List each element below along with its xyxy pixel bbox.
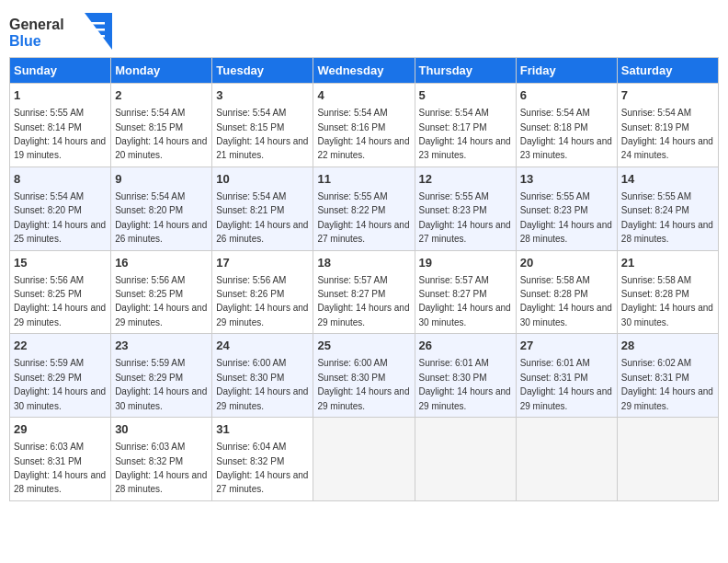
day-info: Sunrise: 5:58 AMSunset: 8:28 PMDaylight:…	[520, 275, 612, 327]
calendar-week-1: 1Sunrise: 5:55 AMSunset: 8:14 PMDaylight…	[10, 84, 719, 167]
day-number: 10	[216, 171, 309, 188]
day-number: 21	[621, 255, 714, 271]
calendar-cell: 26Sunrise: 6:01 AMSunset: 8:30 PMDayligh…	[415, 334, 516, 418]
svg-text:General: General	[9, 17, 64, 32]
day-number: 3	[216, 87, 309, 104]
day-number: 31	[216, 421, 309, 438]
day-number: 29	[14, 421, 107, 438]
calendar-cell: 9Sunrise: 5:54 AMSunset: 8:20 PMDaylight…	[111, 167, 212, 250]
day-number: 24	[216, 338, 309, 354]
day-info: Sunrise: 6:02 AMSunset: 8:31 PMDaylight:…	[621, 358, 713, 410]
calendar-header-wednesday: Wednesday	[313, 58, 415, 84]
calendar-cell: 29Sunrise: 6:03 AMSunset: 8:31 PMDayligh…	[10, 418, 111, 501]
calendar-cell: 11Sunrise: 5:55 AMSunset: 8:22 PMDayligh…	[313, 167, 415, 250]
calendar-cell	[617, 418, 718, 501]
calendar-header-row: SundayMondayTuesdayWednesdayThursdayFrid…	[10, 58, 719, 84]
calendar-header-saturday: Saturday	[617, 58, 718, 84]
calendar-cell: 17Sunrise: 5:56 AMSunset: 8:26 PMDayligh…	[212, 250, 313, 334]
day-info: Sunrise: 6:04 AMSunset: 8:32 PMDaylight:…	[216, 442, 308, 494]
day-info: Sunrise: 5:59 AMSunset: 8:29 PMDaylight:…	[14, 358, 106, 410]
calendar-cell	[516, 418, 617, 501]
day-info: Sunrise: 5:54 AMSunset: 8:21 PMDaylight:…	[216, 191, 308, 244]
calendar-header-friday: Friday	[516, 58, 617, 84]
svg-marker-3	[85, 13, 112, 50]
calendar-cell: 24Sunrise: 6:00 AMSunset: 8:30 PMDayligh…	[212, 334, 313, 418]
day-info: Sunrise: 5:54 AMSunset: 8:19 PMDaylight:…	[621, 108, 713, 160]
calendar-header-thursday: Thursday	[415, 58, 516, 84]
svg-rect-5	[88, 29, 105, 31]
day-info: Sunrise: 5:54 AMSunset: 8:16 PMDaylight:…	[317, 108, 409, 160]
day-number: 7	[621, 87, 714, 104]
calendar-cell: 18Sunrise: 5:57 AMSunset: 8:27 PMDayligh…	[313, 250, 415, 334]
day-number: 14	[621, 171, 714, 188]
calendar-cell: 13Sunrise: 5:55 AMSunset: 8:23 PMDayligh…	[516, 167, 617, 250]
day-info: Sunrise: 5:58 AMSunset: 8:28 PMDaylight:…	[621, 275, 713, 327]
page-header: General Blue	[9, 9, 719, 53]
day-info: Sunrise: 5:56 AMSunset: 8:25 PMDaylight:…	[115, 275, 207, 327]
calendar-header-sunday: Sunday	[10, 58, 111, 84]
day-info: Sunrise: 5:55 AMSunset: 8:23 PMDaylight:…	[520, 191, 612, 244]
calendar-week-4: 22Sunrise: 5:59 AMSunset: 8:29 PMDayligh…	[10, 334, 719, 418]
day-info: Sunrise: 5:56 AMSunset: 8:26 PMDaylight:…	[216, 275, 308, 327]
calendar-header-monday: Monday	[111, 58, 212, 84]
calendar-cell: 6Sunrise: 5:54 AMSunset: 8:18 PMDaylight…	[516, 84, 617, 167]
calendar-cell: 16Sunrise: 5:56 AMSunset: 8:25 PMDayligh…	[111, 250, 212, 334]
day-number: 20	[520, 255, 613, 271]
calendar-cell: 22Sunrise: 5:59 AMSunset: 8:29 PMDayligh…	[10, 334, 111, 418]
day-info: Sunrise: 5:54 AMSunset: 8:15 PMDaylight:…	[115, 108, 207, 160]
calendar-cell: 23Sunrise: 5:59 AMSunset: 8:29 PMDayligh…	[111, 334, 212, 418]
svg-rect-4	[88, 22, 105, 25]
day-number: 22	[14, 338, 107, 354]
logo-svg: General Blue	[9, 13, 83, 50]
day-number: 8	[14, 171, 107, 188]
day-number: 19	[419, 255, 512, 271]
calendar-cell: 15Sunrise: 5:56 AMSunset: 8:25 PMDayligh…	[10, 250, 111, 334]
calendar-week-2: 8Sunrise: 5:54 AMSunset: 8:20 PMDaylight…	[10, 167, 719, 250]
day-info: Sunrise: 6:03 AMSunset: 8:32 PMDaylight:…	[115, 442, 207, 494]
day-number: 30	[115, 421, 208, 438]
calendar-cell: 28Sunrise: 6:02 AMSunset: 8:31 PMDayligh…	[617, 334, 718, 418]
calendar-cell: 31Sunrise: 6:04 AMSunset: 8:32 PMDayligh…	[212, 418, 313, 501]
calendar-cell	[415, 418, 516, 501]
calendar-cell: 7Sunrise: 5:54 AMSunset: 8:19 PMDaylight…	[617, 84, 718, 167]
day-info: Sunrise: 5:56 AMSunset: 8:25 PMDaylight:…	[14, 275, 106, 327]
day-info: Sunrise: 6:00 AMSunset: 8:30 PMDaylight:…	[317, 358, 409, 410]
day-info: Sunrise: 5:54 AMSunset: 8:20 PMDaylight:…	[14, 191, 106, 244]
day-info: Sunrise: 6:03 AMSunset: 8:31 PMDaylight:…	[14, 442, 106, 494]
calendar-cell: 25Sunrise: 6:00 AMSunset: 8:30 PMDayligh…	[313, 334, 415, 418]
day-number: 15	[14, 255, 107, 271]
day-info: Sunrise: 5:54 AMSunset: 8:17 PMDaylight:…	[419, 108, 511, 160]
calendar-cell: 5Sunrise: 5:54 AMSunset: 8:17 PMDaylight…	[415, 84, 516, 167]
calendar-cell: 27Sunrise: 6:01 AMSunset: 8:31 PMDayligh…	[516, 334, 617, 418]
day-number: 23	[115, 338, 208, 354]
day-info: Sunrise: 5:55 AMSunset: 8:14 PMDaylight:…	[14, 108, 106, 160]
day-number: 1	[14, 87, 107, 104]
day-number: 6	[520, 87, 613, 104]
day-number: 13	[520, 171, 613, 188]
calendar-cell: 21Sunrise: 5:58 AMSunset: 8:28 PMDayligh…	[617, 250, 718, 334]
svg-rect-6	[88, 35, 105, 38]
day-number: 4	[317, 87, 410, 104]
day-info: Sunrise: 5:57 AMSunset: 8:27 PMDaylight:…	[419, 275, 511, 327]
calendar-cell: 3Sunrise: 5:54 AMSunset: 8:15 PMDaylight…	[212, 84, 313, 167]
calendar-cell: 20Sunrise: 5:58 AMSunset: 8:28 PMDayligh…	[516, 250, 617, 334]
calendar-cell: 1Sunrise: 5:55 AMSunset: 8:14 PMDaylight…	[10, 84, 111, 167]
day-number: 16	[115, 255, 208, 271]
day-info: Sunrise: 6:01 AMSunset: 8:30 PMDaylight:…	[419, 358, 511, 410]
calendar-cell: 19Sunrise: 5:57 AMSunset: 8:27 PMDayligh…	[415, 250, 516, 334]
day-info: Sunrise: 6:00 AMSunset: 8:30 PMDaylight:…	[216, 358, 308, 410]
day-info: Sunrise: 5:55 AMSunset: 8:22 PMDaylight:…	[317, 191, 409, 244]
day-number: 18	[317, 255, 410, 271]
day-number: 11	[317, 171, 410, 188]
calendar-table: SundayMondayTuesdayWednesdayThursdayFrid…	[9, 57, 719, 501]
day-number: 26	[419, 338, 512, 354]
day-number: 12	[419, 171, 512, 188]
calendar-week-5: 29Sunrise: 6:03 AMSunset: 8:31 PMDayligh…	[10, 418, 719, 501]
calendar-cell: 2Sunrise: 5:54 AMSunset: 8:15 PMDaylight…	[111, 84, 212, 167]
logo-icon-svg	[85, 13, 112, 50]
calendar-cell: 12Sunrise: 5:55 AMSunset: 8:23 PMDayligh…	[415, 167, 516, 250]
calendar-week-3: 15Sunrise: 5:56 AMSunset: 8:25 PMDayligh…	[10, 250, 719, 334]
day-info: Sunrise: 5:59 AMSunset: 8:29 PMDaylight:…	[115, 358, 207, 410]
day-info: Sunrise: 6:01 AMSunset: 8:31 PMDaylight:…	[520, 358, 612, 410]
calendar-header-tuesday: Tuesday	[212, 58, 313, 84]
